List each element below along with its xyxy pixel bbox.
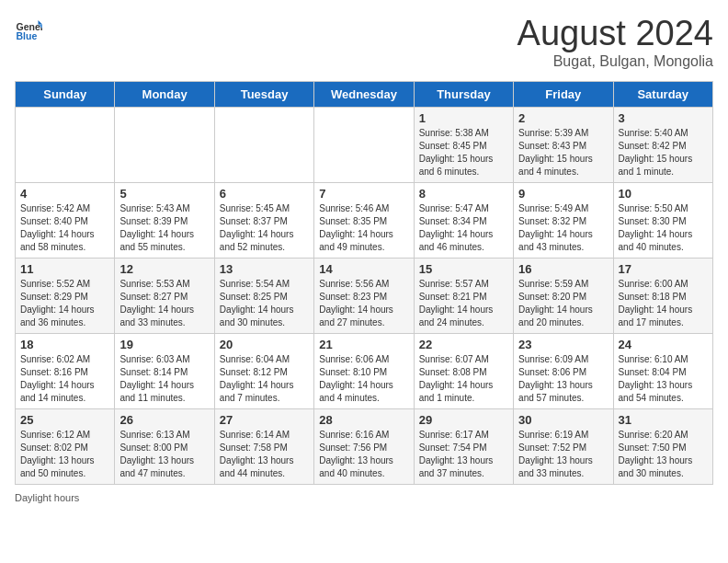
day-number: 30: [518, 413, 608, 427]
logo-icon: General Blue: [15, 15, 42, 42]
calendar-cell: 28Sunrise: 6:16 AM Sunset: 7:56 PM Dayli…: [314, 408, 414, 484]
calendar-cell: 11Sunrise: 5:52 AM Sunset: 8:29 PM Dayli…: [16, 258, 115, 333]
day-info: Sunrise: 5:49 AM Sunset: 8:32 PM Dayligh…: [518, 202, 608, 254]
header: General Blue August 2024 Bugat, Bulgan, …: [15, 15, 713, 70]
day-info: Sunrise: 5:57 AM Sunset: 8:21 PM Dayligh…: [419, 278, 508, 329]
header-row: SundayMondayTuesdayWednesdayThursdayFrid…: [16, 81, 713, 107]
day-info: Sunrise: 6:00 AM Sunset: 8:18 PM Dayligh…: [619, 278, 708, 329]
day-number: 23: [518, 338, 608, 351]
day-number: 6: [220, 187, 309, 201]
day-info: Sunrise: 5:52 AM Sunset: 8:29 PM Dayligh…: [20, 278, 109, 329]
day-info: Sunrise: 6:06 AM Sunset: 8:10 PM Dayligh…: [319, 353, 408, 405]
calendar-cell: 14Sunrise: 5:56 AM Sunset: 8:23 PM Dayli…: [314, 258, 414, 333]
day-number: 9: [518, 187, 608, 201]
calendar-cell: 18Sunrise: 6:02 AM Sunset: 8:16 PM Dayli…: [16, 333, 115, 408]
calendar-body: 1Sunrise: 5:38 AM Sunset: 8:45 PM Daylig…: [16, 107, 713, 484]
day-number: 25: [20, 413, 109, 427]
day-number: 21: [319, 338, 408, 351]
day-info: Sunrise: 5:46 AM Sunset: 8:35 PM Dayligh…: [319, 202, 408, 254]
day-info: Sunrise: 6:04 AM Sunset: 8:12 PM Dayligh…: [220, 353, 309, 405]
title-area: August 2024 Bugat, Bulgan, Mongolia: [518, 15, 713, 70]
day-number: 4: [20, 187, 109, 201]
day-number: 16: [518, 262, 608, 276]
calendar-cell: 13Sunrise: 5:54 AM Sunset: 8:25 PM Dayli…: [214, 258, 313, 333]
calendar-cell: 5Sunrise: 5:43 AM Sunset: 8:39 PM Daylig…: [115, 182, 214, 258]
svg-text:Blue: Blue: [17, 30, 38, 41]
day-info: Sunrise: 6:16 AM Sunset: 7:56 PM Dayligh…: [319, 429, 408, 480]
day-header-sunday: Sunday: [16, 81, 115, 107]
day-number: 24: [619, 338, 708, 351]
day-info: Sunrise: 6:02 AM Sunset: 8:16 PM Dayligh…: [20, 353, 109, 405]
day-number: 20: [220, 338, 309, 351]
calendar-cell: 22Sunrise: 6:07 AM Sunset: 8:08 PM Dayli…: [414, 333, 513, 408]
day-info: Sunrise: 5:40 AM Sunset: 8:42 PM Dayligh…: [619, 127, 708, 178]
day-header-friday: Friday: [514, 81, 613, 107]
logo: General Blue: [15, 15, 42, 42]
calendar-cell: 31Sunrise: 6:20 AM Sunset: 7:50 PM Dayli…: [613, 408, 712, 484]
calendar-cell: 15Sunrise: 5:57 AM Sunset: 8:21 PM Dayli…: [414, 258, 513, 333]
day-info: Sunrise: 5:43 AM Sunset: 8:39 PM Dayligh…: [119, 202, 209, 254]
calendar-cell: 1Sunrise: 5:38 AM Sunset: 8:45 PM Daylig…: [414, 107, 513, 182]
calendar-cell: 9Sunrise: 5:49 AM Sunset: 8:32 PM Daylig…: [514, 182, 613, 258]
day-info: Sunrise: 6:12 AM Sunset: 8:02 PM Dayligh…: [20, 429, 109, 480]
footer: Daylight hours: [15, 492, 713, 503]
calendar-cell: [16, 107, 115, 182]
calendar-cell: [214, 107, 313, 182]
day-number: 14: [319, 262, 408, 276]
calendar-cell: 25Sunrise: 6:12 AM Sunset: 8:02 PM Dayli…: [16, 408, 115, 484]
day-info: Sunrise: 6:10 AM Sunset: 8:04 PM Dayligh…: [619, 353, 708, 405]
day-header-saturday: Saturday: [613, 81, 712, 107]
day-info: Sunrise: 5:59 AM Sunset: 8:20 PM Dayligh…: [518, 278, 608, 329]
calendar-cell: 12Sunrise: 5:53 AM Sunset: 8:27 PM Dayli…: [115, 258, 214, 333]
day-number: 7: [319, 187, 408, 201]
day-info: Sunrise: 5:42 AM Sunset: 8:40 PM Dayligh…: [20, 202, 109, 254]
day-number: 11: [20, 262, 109, 276]
calendar-cell: 29Sunrise: 6:17 AM Sunset: 7:54 PM Dayli…: [414, 408, 513, 484]
week-row-5: 25Sunrise: 6:12 AM Sunset: 8:02 PM Dayli…: [16, 408, 713, 484]
day-info: Sunrise: 6:20 AM Sunset: 7:50 PM Dayligh…: [619, 429, 708, 480]
calendar-cell: 4Sunrise: 5:42 AM Sunset: 8:40 PM Daylig…: [16, 182, 115, 258]
calendar-cell: 21Sunrise: 6:06 AM Sunset: 8:10 PM Dayli…: [314, 333, 414, 408]
day-info: Sunrise: 6:17 AM Sunset: 7:54 PM Dayligh…: [419, 429, 508, 480]
day-number: 2: [518, 111, 608, 125]
day-info: Sunrise: 5:50 AM Sunset: 8:30 PM Dayligh…: [619, 202, 708, 254]
day-info: Sunrise: 6:07 AM Sunset: 8:08 PM Dayligh…: [419, 353, 508, 405]
calendar-cell: 8Sunrise: 5:47 AM Sunset: 8:34 PM Daylig…: [414, 182, 513, 258]
calendar-cell: 30Sunrise: 6:19 AM Sunset: 7:52 PM Dayli…: [514, 408, 613, 484]
day-number: 18: [20, 338, 109, 351]
calendar-cell: 6Sunrise: 5:45 AM Sunset: 8:37 PM Daylig…: [214, 182, 313, 258]
day-info: Sunrise: 5:45 AM Sunset: 8:37 PM Dayligh…: [220, 202, 309, 254]
day-number: 13: [220, 262, 309, 276]
calendar-cell: 7Sunrise: 5:46 AM Sunset: 8:35 PM Daylig…: [314, 182, 414, 258]
day-number: 12: [119, 262, 209, 276]
day-header-wednesday: Wednesday: [314, 81, 414, 107]
calendar-cell: [314, 107, 414, 182]
day-info: Sunrise: 5:54 AM Sunset: 8:25 PM Dayligh…: [220, 278, 309, 329]
calendar-cell: 26Sunrise: 6:13 AM Sunset: 8:00 PM Dayli…: [115, 408, 214, 484]
day-header-thursday: Thursday: [414, 81, 513, 107]
week-row-3: 11Sunrise: 5:52 AM Sunset: 8:29 PM Dayli…: [16, 258, 713, 333]
calendar-cell: 24Sunrise: 6:10 AM Sunset: 8:04 PM Dayli…: [613, 333, 712, 408]
calendar-cell: 16Sunrise: 5:59 AM Sunset: 8:20 PM Dayli…: [514, 258, 613, 333]
day-info: Sunrise: 6:13 AM Sunset: 8:00 PM Dayligh…: [119, 429, 209, 480]
day-info: Sunrise: 5:53 AM Sunset: 8:27 PM Dayligh…: [119, 278, 209, 329]
day-number: 17: [619, 262, 708, 276]
day-number: 5: [119, 187, 209, 201]
calendar-cell: 20Sunrise: 6:04 AM Sunset: 8:12 PM Dayli…: [214, 333, 313, 408]
day-number: 15: [419, 262, 508, 276]
day-number: 1: [419, 111, 508, 125]
day-number: 28: [319, 413, 408, 427]
day-number: 22: [419, 338, 508, 351]
week-row-2: 4Sunrise: 5:42 AM Sunset: 8:40 PM Daylig…: [16, 182, 713, 258]
calendar-cell: 2Sunrise: 5:39 AM Sunset: 8:43 PM Daylig…: [514, 107, 613, 182]
subtitle: Bugat, Bulgan, Mongolia: [518, 53, 713, 70]
main-title: August 2024: [518, 15, 713, 53]
week-row-4: 18Sunrise: 6:02 AM Sunset: 8:16 PM Dayli…: [16, 333, 713, 408]
day-info: Sunrise: 6:09 AM Sunset: 8:06 PM Dayligh…: [518, 353, 608, 405]
day-number: 26: [119, 413, 209, 427]
day-info: Sunrise: 5:39 AM Sunset: 8:43 PM Dayligh…: [518, 127, 608, 178]
day-number: 19: [119, 338, 209, 351]
calendar-cell: 23Sunrise: 6:09 AM Sunset: 8:06 PM Dayli…: [514, 333, 613, 408]
calendar-header: SundayMondayTuesdayWednesdayThursdayFrid…: [16, 81, 713, 107]
calendar-cell: 3Sunrise: 5:40 AM Sunset: 8:42 PM Daylig…: [613, 107, 712, 182]
